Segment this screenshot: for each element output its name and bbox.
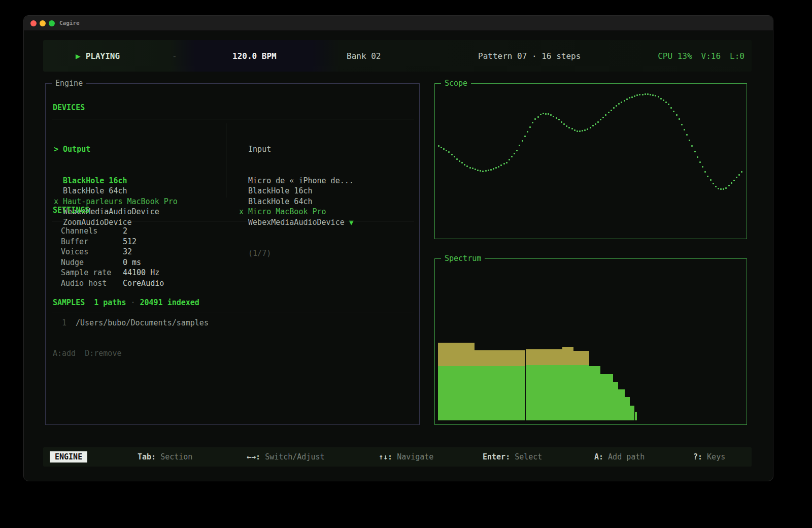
scope-dot (475, 169, 476, 170)
device-item[interactable]: BlackHole 16ch (54, 176, 178, 186)
scope-dot (556, 117, 557, 119)
settings-row[interactable]: Voices32 (61, 247, 164, 257)
footer-hint: ↑↓: Navigate (379, 452, 433, 461)
scope-dot (634, 95, 635, 97)
scope-dot (710, 179, 712, 181)
input-device-column: Input Micro de « iPhone de... BlackHole … (239, 123, 354, 280)
scope-dot (577, 130, 578, 132)
close-button[interactable] (30, 20, 37, 26)
scope-dot (466, 166, 468, 167)
perf-indicators: CPU 13%V:16L:0 (658, 51, 745, 61)
scope-dot (579, 130, 581, 132)
device-item[interactable]: xHaut-parleurs MacBook Pro (54, 196, 178, 207)
device-item[interactable]: BlackHole 16ch (239, 186, 354, 196)
device-item[interactable]: xMicro MacBook Pro (239, 207, 354, 217)
settings-row[interactable]: Buffer512 (61, 237, 164, 247)
scope-dot (443, 148, 445, 150)
footer-hint: A: Add path (594, 452, 645, 461)
setting-value: 44100 Hz (123, 268, 159, 277)
scope-dot (485, 170, 487, 172)
scope-dot (480, 170, 481, 172)
scope-dot (461, 162, 463, 163)
sample-path-list: 1/Users/bubo/Documents/samples (62, 318, 209, 328)
sample-path-index: 1 (62, 318, 66, 327)
sample-path-text: /Users/bubo/Documents/samples (76, 318, 209, 327)
footer-hint-label: Keys (707, 452, 725, 461)
scope-dot (613, 107, 615, 109)
zoom-button[interactable] (49, 20, 55, 26)
spectrum-bar-level (635, 412, 637, 420)
scope-dot (616, 105, 617, 107)
spectrum-bar-level (573, 365, 589, 420)
scope-dot (493, 168, 494, 170)
device-item-label: ZoomAudioDevice (63, 218, 131, 227)
settings-row[interactable]: Sample rate44100 Hz (61, 268, 164, 278)
scope-dot (477, 170, 479, 171)
device-item[interactable]: Micro de « iPhone de... (239, 176, 354, 186)
settings-row[interactable]: Nudge0 ms (61, 257, 164, 268)
scope-dot (736, 177, 737, 178)
spectrum-bar-peak (526, 349, 562, 365)
scope-dot (715, 186, 717, 187)
scope-dot (629, 97, 630, 98)
mode-badge[interactable]: ENGINE (50, 451, 87, 463)
scope-dot (738, 174, 740, 176)
scope-dot (605, 114, 606, 116)
scope-dot (459, 160, 460, 162)
footer-hint-label: Navigate (397, 452, 433, 461)
setting-label: Buffer (61, 237, 123, 247)
device-item[interactable]: BlackHole 64ch (54, 186, 178, 196)
setting-value: CoreAudio (123, 279, 164, 288)
settings-row[interactable]: Channels2 (61, 226, 164, 237)
input-pager-row: (1/7) (239, 248, 354, 259)
sample-path-row[interactable]: 1/Users/bubo/Documents/samples (62, 318, 209, 328)
scope-dot (568, 127, 570, 128)
scope-dot (624, 100, 625, 102)
scope-dot (545, 113, 547, 115)
spectrum-bar-peak (474, 350, 525, 366)
scope-dot (618, 103, 620, 105)
scope-dot (446, 150, 447, 151)
scope-dot (506, 162, 507, 163)
transport-dash: - (172, 51, 177, 61)
spectrum-bar-level (600, 374, 613, 420)
footer-hint: Enter: Select (483, 452, 542, 461)
scope-dot (441, 147, 442, 148)
device-item-label: BlackHole 16ch (63, 176, 127, 185)
scope-dot (686, 134, 688, 136)
spectrum-bar-level (629, 406, 634, 420)
settings-list: Channels2Buffer512Voices32Nudge0 msSampl… (61, 226, 164, 288)
device-item-label: BlackHole 16ch (248, 186, 312, 195)
settings-row[interactable]: Audio hostCoreAudio (61, 278, 164, 289)
spectrum-bar-level (526, 365, 562, 420)
device-item-label: Micro de « iPhone de... (248, 176, 354, 185)
input-device-list: Micro de « iPhone de... BlackHole 16ch B… (239, 176, 354, 228)
scope-dot (472, 168, 473, 169)
scope-dot (621, 102, 622, 103)
setting-label: Audio host (61, 278, 123, 289)
output-device-list: BlackHole 16ch BlackHole 64chxHaut-parle… (54, 176, 178, 228)
setting-value: 32 (123, 247, 132, 256)
scope-dot (673, 111, 674, 112)
scope-dot (707, 176, 708, 177)
device-item[interactable]: BlackHole 64ch (239, 196, 354, 207)
input-header-indent (239, 144, 248, 155)
scope-dot (647, 93, 649, 95)
scope-dot (582, 130, 583, 131)
scope-dot (694, 151, 696, 152)
scope-panel: Scope (434, 83, 747, 239)
scope-dot (454, 156, 455, 157)
divider (52, 313, 414, 313)
scope-dot (600, 119, 601, 120)
input-column-header: Input (239, 144, 354, 155)
device-item[interactable]: WebexMediaAudioDevice ▼ (239, 217, 354, 228)
minimize-button[interactable] (40, 20, 46, 26)
device-item-label: Haut-parleurs MacBook Pro (63, 197, 178, 206)
spectrum-bar-peak (438, 343, 475, 366)
footer-hint-label: Add path (608, 452, 645, 461)
device-item-label: BlackHole 64ch (248, 197, 312, 206)
engine-panel: Engine DEVICES >Output BlackHole 16ch Bl… (45, 83, 420, 425)
scope-dot (725, 187, 727, 189)
spectrum-bar-level (438, 366, 475, 420)
footer-hint-key: Tab: (138, 452, 160, 461)
